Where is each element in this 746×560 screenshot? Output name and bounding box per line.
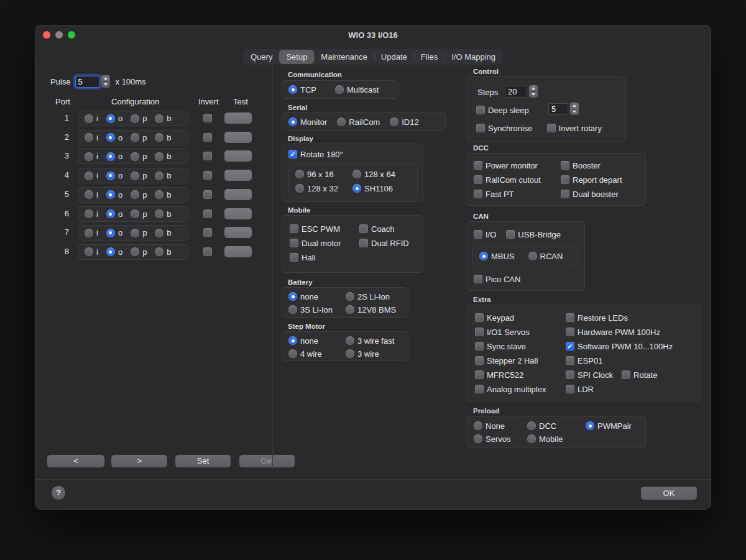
checkbox-fast-pt[interactable] xyxy=(474,190,482,198)
option-96-x-16[interactable]: 96 x 16 xyxy=(295,169,352,179)
invert-checkbox[interactable] xyxy=(203,190,212,199)
test-button[interactable] xyxy=(224,189,252,200)
option-mobile[interactable]: Mobile xyxy=(527,434,586,444)
invert-checkbox[interactable] xyxy=(203,247,212,256)
radio-i[interactable] xyxy=(85,152,93,161)
option-i-o[interactable]: I/O xyxy=(474,229,496,239)
option-servos[interactable]: Servos xyxy=(474,434,527,444)
checkbox-esc-pwm[interactable] xyxy=(290,224,298,233)
stepper-up-icon[interactable] xyxy=(101,75,110,81)
radio-o[interactable] xyxy=(106,247,115,256)
radio-p[interactable] xyxy=(131,209,139,218)
option-hardware-pwm-100hz[interactable]: Hardware PWM 100Hz xyxy=(566,327,691,337)
invert-checkbox[interactable] xyxy=(203,152,212,160)
checkbox-synchronise[interactable] xyxy=(476,124,485,132)
option-b[interactable]: b xyxy=(155,114,171,124)
option-12v8-bms[interactable]: 12V8 BMS xyxy=(346,305,402,314)
option-multicast[interactable]: Multicast xyxy=(335,85,379,94)
radio-i[interactable] xyxy=(85,114,93,123)
radio-b[interactable] xyxy=(155,247,163,256)
checkbox-i-o1-servos[interactable] xyxy=(475,328,484,336)
radio-12v8-bms[interactable] xyxy=(346,305,354,314)
option-i[interactable]: i xyxy=(85,152,98,162)
radio-o[interactable] xyxy=(106,114,115,123)
radio-mbus[interactable] xyxy=(479,252,488,260)
option-esc-pwm[interactable]: ESC PWM xyxy=(290,224,359,234)
deep-sleep-stepper[interactable] xyxy=(570,103,579,115)
radio-o[interactable] xyxy=(106,172,115,180)
option-b[interactable]: b xyxy=(155,247,171,257)
option-dcc[interactable]: DCC xyxy=(527,421,586,431)
option-ldr[interactable]: LDR xyxy=(566,384,691,394)
option-i[interactable]: i xyxy=(85,171,98,181)
steps-input[interactable]: 20 xyxy=(505,86,527,98)
radio-4-wire[interactable] xyxy=(288,349,297,358)
stepper-up-icon[interactable] xyxy=(529,85,538,91)
option-o[interactable]: o xyxy=(106,114,122,124)
checkbox-booster[interactable] xyxy=(561,161,569,170)
checkbox-dual-rfid[interactable] xyxy=(359,239,368,247)
option-p[interactable]: p xyxy=(131,171,147,181)
invert-checkbox[interactable] xyxy=(203,114,212,122)
option-railcom[interactable]: RailCom xyxy=(337,117,380,127)
radio-none[interactable] xyxy=(474,421,482,430)
option-i[interactable]: i xyxy=(85,228,98,238)
checkbox-invert-rotary[interactable] xyxy=(547,124,556,132)
radio-i[interactable] xyxy=(85,229,93,237)
radio-o[interactable] xyxy=(106,133,115,142)
option-b[interactable]: b xyxy=(155,171,171,181)
checkbox-coach[interactable] xyxy=(359,224,368,233)
radio-id12[interactable] xyxy=(390,117,398,126)
radio-96-x-16[interactable] xyxy=(295,170,304,178)
next-port-button[interactable]: > xyxy=(111,455,167,467)
checkbox-restore-leds[interactable] xyxy=(566,313,574,322)
radio-p[interactable] xyxy=(131,229,139,237)
ok-button[interactable]: OK xyxy=(641,487,697,500)
option-rotate[interactable]: Rotate xyxy=(622,370,657,380)
test-button[interactable] xyxy=(224,208,252,219)
checkbox-dual-motor[interactable] xyxy=(290,239,298,247)
radio-128-x-32[interactable] xyxy=(295,184,304,193)
checkbox-stepper-2-hall[interactable] xyxy=(475,356,484,365)
option-o[interactable]: o xyxy=(106,190,122,200)
radio-p[interactable] xyxy=(131,133,139,142)
radio-rcan[interactable] xyxy=(528,252,537,260)
radio-i[interactable] xyxy=(85,190,93,199)
radio-none[interactable] xyxy=(288,292,297,301)
option-hall[interactable]: Hall xyxy=(290,252,359,262)
option-p[interactable]: p xyxy=(131,152,147,162)
radio-p[interactable] xyxy=(131,114,139,123)
radio-i[interactable] xyxy=(85,247,93,256)
radio-3-wire-fast[interactable] xyxy=(346,336,354,345)
option-p[interactable]: p xyxy=(131,190,147,200)
option-dual-motor[interactable]: Dual motor xyxy=(290,238,359,248)
checkbox-pico-can[interactable] xyxy=(474,275,482,283)
option-analog-multiplex[interactable]: Analog multiplex xyxy=(475,384,566,394)
test-button[interactable] xyxy=(224,132,252,143)
option-p[interactable]: p xyxy=(131,228,147,238)
prev-port-button[interactable]: < xyxy=(47,455,104,467)
radio-b[interactable] xyxy=(155,172,163,180)
option-i[interactable]: i xyxy=(85,190,98,200)
test-button[interactable] xyxy=(224,150,252,162)
option-pwmpair[interactable]: PWMPair xyxy=(586,421,638,431)
radio-o[interactable] xyxy=(106,190,115,199)
option-fast-pt[interactable]: Fast PT xyxy=(474,189,561,199)
option-o[interactable]: o xyxy=(106,209,122,219)
option-railcom-cutout[interactable]: RailCom cutout xyxy=(474,175,561,185)
test-button[interactable] xyxy=(224,227,252,238)
option-pico-can[interactable]: Pico CAN xyxy=(474,274,520,284)
set-button[interactable]: Set xyxy=(175,455,231,467)
test-button[interactable] xyxy=(224,246,252,257)
option-o[interactable]: o xyxy=(106,228,122,238)
radio-b[interactable] xyxy=(155,133,163,142)
stepper-down-icon[interactable] xyxy=(570,109,579,116)
option-b[interactable]: b xyxy=(155,209,171,219)
option-b[interactable]: b xyxy=(155,228,171,238)
option-p[interactable]: p xyxy=(131,247,147,257)
checkbox-hardware-pwm-100hz[interactable] xyxy=(566,328,574,336)
option-usb-bridge[interactable]: USB-Bridge xyxy=(506,229,561,239)
checkbox-railcom-cutout[interactable] xyxy=(474,175,482,184)
invert-checkbox[interactable] xyxy=(203,133,212,142)
test-button[interactable] xyxy=(224,112,252,124)
